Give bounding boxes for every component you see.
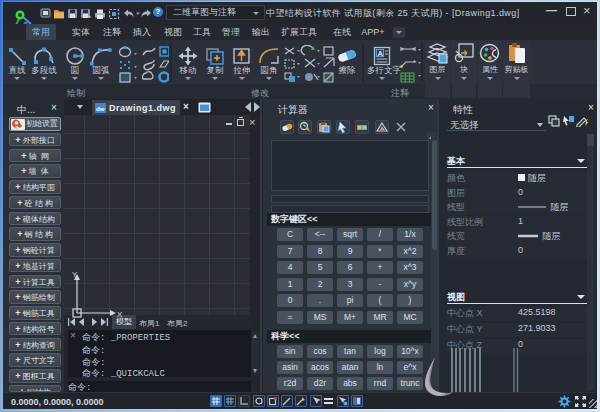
svg-text:A: A: [378, 49, 384, 58]
svg-text:dw: dw: [96, 106, 105, 112]
svg-text:Y: Y: [72, 270, 78, 279]
svg-text:X: X: [117, 310, 123, 319]
